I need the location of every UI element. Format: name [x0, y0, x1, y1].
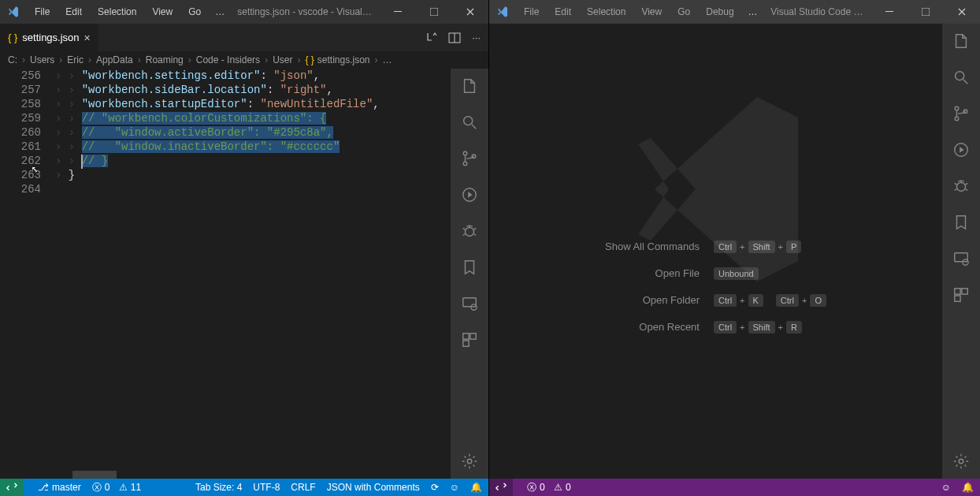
- welcome-view: Show All CommandsCtrl+Shift+POpen FileUn…: [489, 24, 942, 479]
- settings-gear-icon[interactable]: [952, 452, 971, 471]
- status-feedback-icon[interactable]: ☺: [450, 482, 459, 493]
- source-control-icon[interactable]: [460, 149, 479, 168]
- title-bar: File Edit Selection View Go Debug … Visu…: [489, 0, 980, 24]
- menu-view[interactable]: View: [146, 3, 179, 21]
- status-bell-icon[interactable]: 🔔: [470, 482, 482, 493]
- window-title: settings.json - vscode - Visual …: [232, 6, 377, 17]
- files-icon[interactable]: [460, 76, 479, 95]
- bug-icon[interactable]: [460, 222, 479, 241]
- activity-bar: [451, 69, 488, 479]
- svg-point-12: [471, 304, 477, 310]
- menu-go[interactable]: Go: [671, 3, 696, 21]
- search-icon[interactable]: [952, 68, 971, 87]
- svg-point-19: [956, 72, 964, 80]
- bug-icon[interactable]: [952, 177, 971, 196]
- debug-run-icon[interactable]: [952, 140, 971, 159]
- git-branch[interactable]: ⎇master: [38, 482, 81, 493]
- tab-close-icon[interactable]: ×: [84, 32, 91, 44]
- svg-point-10: [466, 227, 474, 236]
- remote-indicator[interactable]: [489, 479, 513, 496]
- status-bar: ⎇master ⓧ0 ⚠11 Tab Size: 4 UTF-8 CRLF JS…: [0, 479, 488, 496]
- vscode-logo-icon: [496, 5, 510, 19]
- status-bell-icon[interactable]: 🔔: [962, 482, 974, 493]
- window-minimize-button[interactable]: [871, 0, 908, 24]
- menu-overflow[interactable]: …: [210, 3, 229, 21]
- svg-rect-15: [463, 341, 469, 346]
- problems-counter[interactable]: ⓧ0 ⚠11: [92, 481, 141, 494]
- welcome-keybinding: Ctrl+Shift+R: [714, 321, 826, 334]
- search-icon[interactable]: [460, 113, 479, 132]
- svg-point-22: [955, 117, 959, 121]
- menu-overflow[interactable]: …: [744, 3, 763, 21]
- extensions-icon[interactable]: [952, 285, 971, 304]
- menu-selection[interactable]: Selection: [581, 3, 632, 21]
- svg-point-16: [467, 459, 472, 464]
- source-control-icon[interactable]: [952, 104, 971, 123]
- remote-explorer-icon[interactable]: [952, 249, 971, 268]
- files-icon[interactable]: [952, 32, 971, 50]
- menu-debug[interactable]: Debug: [700, 3, 740, 21]
- welcome-command-label: Open Folder: [605, 294, 700, 306]
- minimap[interactable]: [443, 69, 451, 479]
- svg-rect-18: [922, 8, 930, 16]
- svg-rect-11: [463, 298, 477, 307]
- svg-point-21: [955, 106, 959, 110]
- extensions-icon[interactable]: [460, 330, 479, 349]
- status-language[interactable]: JSON with Comments: [327, 482, 420, 493]
- status-feedback-icon[interactable]: ☺: [941, 482, 951, 493]
- svg-rect-0: [394, 11, 402, 12]
- menu-edit[interactable]: Edit: [59, 3, 88, 21]
- compare-changes-icon[interactable]: [425, 32, 437, 44]
- svg-point-7: [463, 162, 467, 166]
- status-sync-icon[interactable]: ⟳: [431, 482, 439, 493]
- status-encoding[interactable]: UTF-8: [253, 482, 280, 493]
- tabs-bar: { } settings.json × ···: [0, 24, 488, 51]
- menu-selection[interactable]: Selection: [91, 3, 143, 21]
- menu-edit[interactable]: Edit: [548, 3, 577, 21]
- menu-view[interactable]: View: [635, 3, 668, 21]
- status-bar: ⓧ0 ⚠0 ☺ 🔔: [489, 479, 980, 496]
- svg-point-25: [957, 182, 966, 191]
- remote-explorer-icon[interactable]: [460, 294, 479, 313]
- problems-counter[interactable]: ⓧ0 ⚠0: [527, 481, 571, 494]
- tab-settings-json[interactable]: { } settings.json ×: [0, 24, 99, 51]
- window-close-button[interactable]: [944, 0, 980, 24]
- title-bar: File Edit Selection View Go … settings.j…: [0, 0, 488, 24]
- bookmark-icon[interactable]: [952, 213, 971, 232]
- window-minimize-button[interactable]: [380, 0, 416, 24]
- more-actions-icon[interactable]: ···: [472, 32, 481, 43]
- svg-line-5: [472, 125, 477, 129]
- svg-rect-30: [955, 296, 960, 301]
- json-file-icon: { }: [8, 32, 17, 43]
- svg-rect-14: [470, 334, 476, 339]
- horizontal-scrollbar[interactable]: [72, 471, 117, 479]
- status-eol[interactable]: CRLF: [291, 482, 315, 493]
- window-close-button[interactable]: [452, 0, 488, 24]
- svg-point-27: [963, 259, 968, 265]
- svg-point-6: [463, 151, 467, 155]
- welcome-keybinding: Ctrl+KCtrl+O: [714, 294, 826, 307]
- svg-rect-17: [885, 11, 893, 12]
- window-title: Visual Studio Code …: [766, 6, 868, 17]
- menu-file[interactable]: File: [28, 3, 56, 21]
- window-maximize-button[interactable]: [416, 0, 452, 24]
- menu-go[interactable]: Go: [182, 3, 207, 21]
- menu-file[interactable]: File: [518, 3, 545, 21]
- remote-indicator[interactable]: [0, 479, 24, 496]
- svg-rect-1: [430, 8, 438, 16]
- vscode-watermark-icon: [614, 87, 819, 292]
- svg-line-20: [963, 80, 968, 84]
- code-editor[interactable]: 256257258259260261262263264 › › "workben…: [0, 69, 451, 479]
- json-file-icon: { }: [305, 54, 314, 65]
- breadcrumbs[interactable]: C:› Users› Eric› AppData› Roaming› Code …: [0, 51, 488, 69]
- vscode-logo-icon: [6, 5, 20, 19]
- debug-run-icon[interactable]: [460, 185, 479, 204]
- split-editor-icon[interactable]: [448, 32, 461, 44]
- window-maximize-button[interactable]: [908, 0, 944, 24]
- bookmark-icon[interactable]: [460, 258, 479, 277]
- svg-rect-13: [463, 334, 469, 339]
- settings-gear-icon[interactable]: [460, 452, 479, 471]
- svg-point-31: [959, 459, 963, 464]
- status-tab-size[interactable]: Tab Size: 4: [195, 482, 242, 493]
- svg-point-4: [464, 117, 473, 125]
